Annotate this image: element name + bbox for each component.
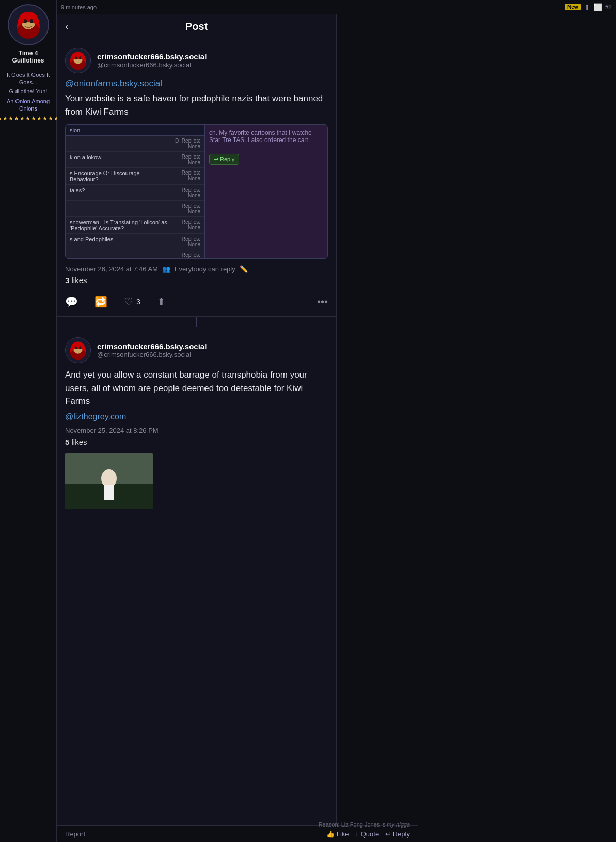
embed-container: sion D Replies:None k on a lokow Replies…	[65, 124, 328, 259]
embed-reply-button[interactable]: ↩ Reply	[209, 154, 239, 165]
post-author-row: crimsonfucker666.bsky.social @crimsonfuc…	[65, 48, 328, 73]
post-panel: ‹ Post	[57, 14, 337, 842]
embed-right-panel: ch. My favorite cartoons that I watche S…	[205, 125, 327, 258]
avatar	[8, 4, 49, 45]
comment-button[interactable]: 💬	[65, 295, 78, 308]
reply-body-text: And yet you allow a constant barrage of …	[65, 368, 328, 408]
svg-point-14	[79, 346, 81, 349]
share-icon[interactable]: ⬆	[584, 3, 590, 11]
sidebar-nav-item-3[interactable]: An Onion Among Onions	[2, 97, 54, 114]
report-button[interactable]: Report	[65, 830, 85, 838]
reply-author-info: crimsonfucker666.bsky.social @crimsonfuc…	[97, 342, 207, 358]
main-area: 9 minutes ago New ⬆ ⬜ #2 ‹ Post	[57, 0, 616, 842]
sidebar-stars: ★★★★★★★★★★★	[0, 115, 59, 122]
embed-row-4: tales? Replies:None	[66, 185, 204, 201]
timestamp: 9 minutes ago	[61, 4, 97, 10]
reply-post-card: crimsonfucker666.bsky.social @crimsonfuc…	[57, 329, 336, 518]
reply-connector	[57, 317, 336, 327]
footer-spacer	[57, 518, 336, 544]
repost-button[interactable]: 🔁	[94, 295, 107, 308]
footer-reason: Reason: Liz Fong Jones is my nigga	[319, 821, 410, 828]
reply-metadata: November 25, 2024 at 8:26 PM	[65, 427, 328, 434]
svg-point-3	[24, 19, 27, 23]
top-bar-right: New ⬆ ⬜ #2	[565, 3, 612, 11]
post-author-name[interactable]: crimsonfucker666.bsky.social	[97, 52, 207, 61]
reply-thumbnail[interactable]	[65, 453, 153, 509]
footer-bar: Report 👍 Like + Quote ↩ Reply Reason: Li…	[57, 825, 418, 842]
sidebar-nav-item-2[interactable]: Guillotine! Yuh!	[9, 87, 48, 96]
share-button[interactable]: ⬆	[157, 295, 166, 308]
reply-author-handle: @crimsonfucker666.bsky.social	[97, 351, 207, 358]
thumbsup-icon: 👍	[326, 830, 335, 838]
embed-row-1: D Replies:None	[66, 136, 204, 152]
window-icon[interactable]: ⬜	[593, 3, 602, 11]
embed-row-6: snowerman - Is Translating 'Lolicon' as …	[66, 217, 204, 234]
heart-icon: ♡	[124, 295, 133, 308]
reply-author-name[interactable]: crimsonfucker666.bsky.social	[97, 342, 207, 351]
comment-icon: 💬	[65, 295, 78, 308]
reply-author-row: crimsonfucker666.bsky.social @crimsonfuc…	[65, 337, 328, 363]
reply-footer-button[interactable]: ↩ Reply	[385, 830, 410, 838]
repost-icon: 🔁	[94, 295, 107, 308]
post-mention-link[interactable]: @onionfarms.bsky.social	[65, 79, 328, 89]
people-icon: 👥	[162, 265, 170, 273]
right-panel	[337, 14, 616, 842]
embed-left-panel: sion D Replies:None k on a lokow Replies…	[66, 125, 205, 258]
embed-right-text: ch. My favorite cartoons that I watche S…	[205, 125, 327, 258]
post-title: Post	[185, 21, 208, 33]
svg-point-20	[104, 469, 114, 479]
top-bar: 9 minutes ago New ⬆ ⬜ #2	[57, 0, 616, 14]
reply-link[interactable]: @lizthegrey.com	[65, 412, 328, 422]
embed-row-8: Replies:None	[66, 250, 204, 258]
embed-header: sion	[66, 125, 204, 136]
svg-point-9	[79, 56, 81, 59]
like-button[interactable]: ♡ 3	[124, 295, 140, 308]
back-button[interactable]: ‹	[65, 21, 68, 32]
connector-line	[196, 317, 197, 327]
sidebar-nav-item-1[interactable]: It Goes It Goes It Goes...	[2, 70, 54, 87]
post-author-info: crimsonfucker666.bsky.social @crimsonfuc…	[97, 52, 207, 69]
like-count: 3	[136, 298, 140, 306]
action-row: 💬 🔁 ♡ 3 ⬆ •••	[65, 291, 328, 308]
sidebar: Time 4 Guillotines It Goes It Goes It Go…	[0, 0, 57, 842]
embed-row-3: s Encourage Or Discourage Behaviour? Rep…	[66, 168, 204, 185]
new-badge: New	[565, 4, 581, 10]
svg-point-13	[75, 346, 77, 349]
embed-row-7: s and Pedophiles Replies:None	[66, 234, 204, 250]
post-body-text: Your website is a safe haven for pedophi…	[65, 92, 328, 118]
quote-footer-button[interactable]: + Quote	[355, 830, 380, 838]
share-icon: ⬆	[157, 295, 166, 308]
embed-row-5: Replies:None	[66, 201, 204, 217]
reply-setting: Everybody can reply	[175, 265, 235, 273]
svg-rect-19	[104, 485, 114, 500]
post-timestamp: November 26, 2024 at 7:46 AM	[65, 265, 158, 273]
post-author-avatar[interactable]	[65, 48, 91, 73]
svg-point-4	[30, 19, 33, 23]
post-nav-bar: ‹ Post	[57, 14, 336, 39]
reply-likes: 5 likes	[65, 438, 328, 446]
footer-actions: 👍 Like + Quote ↩ Reply	[326, 830, 410, 838]
main-post-card: crimsonfucker666.bsky.social @crimsonfuc…	[57, 39, 336, 317]
reply-author-avatar[interactable]	[65, 337, 91, 363]
post-number: #2	[605, 4, 612, 11]
sidebar-username: Time 4 Guillotines	[12, 50, 44, 65]
embed-row-2: k on a lokow Replies:None	[66, 152, 204, 168]
more-button[interactable]: •••	[317, 296, 328, 308]
like-footer-button[interactable]: 👍 Like	[326, 830, 349, 838]
edit-icon[interactable]: ✏️	[240, 265, 248, 273]
post-likes: 3 likes	[65, 276, 328, 285]
svg-point-8	[75, 56, 77, 59]
post-author-handle: @crimsonfucker666.bsky.social	[97, 61, 207, 69]
post-metadata: November 26, 2024 at 7:46 AM 👥 Everybody…	[65, 265, 328, 273]
